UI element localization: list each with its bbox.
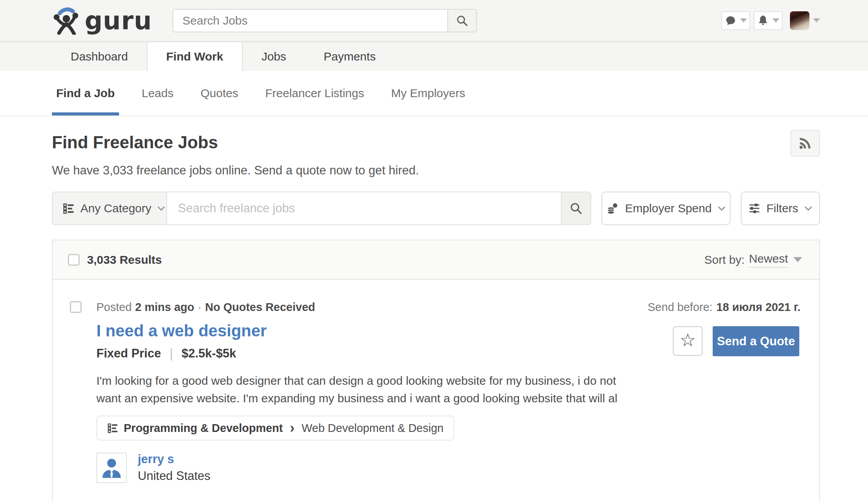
header-search bbox=[173, 9, 477, 32]
top-header: guru bbox=[0, 0, 868, 41]
employer-info: jerry s United States bbox=[96, 452, 800, 483]
sliders-icon bbox=[749, 203, 760, 214]
send-before-label: Send before: bbox=[648, 301, 713, 313]
filters-label: Filters bbox=[767, 202, 799, 215]
guru-logo[interactable]: guru bbox=[52, 7, 152, 35]
subnav-label: Quotes bbox=[201, 87, 238, 100]
tab-jobs[interactable]: Jobs bbox=[243, 42, 305, 71]
coins-icon bbox=[607, 202, 619, 215]
caret-down-icon bbox=[793, 257, 802, 262]
chevron-down-icon bbox=[804, 206, 812, 211]
subnav-find-a-job[interactable]: Find a Job bbox=[52, 71, 119, 115]
subnav-leads[interactable]: Leads bbox=[137, 71, 178, 115]
sort-by-label: Sort by: bbox=[704, 253, 745, 266]
chevron-down-icon bbox=[157, 206, 165, 211]
subnav-label: Leads bbox=[142, 87, 174, 100]
subnav-my-employers[interactable]: My Employers bbox=[387, 71, 470, 115]
tab-dashboard[interactable]: Dashboard bbox=[52, 42, 147, 71]
caret-down-icon bbox=[813, 18, 820, 23]
rss-icon bbox=[798, 136, 812, 150]
message-bubble-icon bbox=[725, 15, 736, 27]
page-title: Find Freelance Jobs bbox=[52, 133, 218, 152]
send-quote-button[interactable]: Send a Quote bbox=[713, 326, 799, 356]
payment-type: Fixed Price bbox=[96, 346, 161, 361]
chevron-down-icon bbox=[718, 206, 726, 211]
notifications-button[interactable] bbox=[754, 11, 783, 30]
job-listing: Posted 2 mins ago · No Quotes Received S… bbox=[53, 280, 819, 501]
subnav-label: Freelancer Listings bbox=[265, 87, 364, 100]
job-select-checkbox[interactable] bbox=[70, 301, 82, 313]
employer-spend-label: Employer Spend bbox=[625, 202, 712, 215]
posted-label: Posted bbox=[96, 301, 132, 313]
budget-separator: | bbox=[169, 346, 173, 361]
guru-figure-icon bbox=[52, 7, 82, 35]
job-actions: ☆ Send a Quote bbox=[673, 326, 799, 356]
caret-down-icon bbox=[740, 18, 747, 23]
bell-icon bbox=[757, 15, 769, 27]
user-avatar[interactable] bbox=[790, 11, 809, 30]
page-subtitle: We have 3,033 freelance jobs online. Sen… bbox=[52, 163, 820, 178]
star-icon: ☆ bbox=[679, 331, 695, 349]
person-icon bbox=[100, 457, 123, 479]
favorite-button[interactable]: ☆ bbox=[673, 326, 703, 356]
job-subcategory: Web Development & Design bbox=[302, 422, 444, 435]
search-icon bbox=[569, 202, 583, 215]
job-title-link[interactable]: I need a web designer bbox=[96, 322, 267, 340]
employer-spend-dropdown[interactable]: Employer Spend bbox=[601, 192, 731, 225]
category-dropdown[interactable]: Any Category bbox=[52, 192, 166, 225]
tab-label: Payments bbox=[324, 50, 375, 63]
employer-name-link[interactable]: jerry s bbox=[138, 452, 210, 466]
tab-label: Jobs bbox=[261, 50, 286, 63]
send-before: Send before: 18 июля 2021 г. bbox=[648, 301, 800, 313]
search-jobs-button[interactable] bbox=[447, 9, 477, 32]
subnav-label: My Employers bbox=[391, 87, 465, 100]
results-count: 3,033 Results bbox=[87, 253, 162, 266]
job-description: I'm looking for a good web designer that… bbox=[96, 372, 639, 407]
chevron-right-icon: › bbox=[290, 421, 295, 435]
results-header: 3,033 Results Sort by: Newest bbox=[53, 240, 819, 280]
tab-label: Find Work bbox=[166, 50, 223, 63]
employer-avatar[interactable] bbox=[96, 453, 127, 483]
freelance-jobs-search-input[interactable] bbox=[166, 192, 562, 225]
logo-text: guru bbox=[85, 7, 152, 34]
category-list-icon bbox=[63, 203, 75, 214]
posted-time: 2 mins ago bbox=[135, 301, 194, 313]
subnav-quotes[interactable]: Quotes bbox=[196, 71, 243, 115]
subnav-label: Find a Job bbox=[56, 87, 115, 100]
user-menu[interactable] bbox=[790, 11, 820, 30]
header-actions bbox=[718, 11, 820, 30]
category-dropdown-label: Any Category bbox=[80, 202, 151, 215]
employer-country: United States bbox=[138, 469, 210, 483]
filter-bar: Any Category Employer Spend bbox=[52, 192, 820, 225]
job-category: Programming & Development bbox=[124, 422, 283, 435]
job-posted-line: Posted 2 mins ago · No Quotes Received bbox=[96, 301, 315, 313]
budget-range: $2.5k-$5k bbox=[181, 346, 236, 361]
sort-control: Sort by: Newest bbox=[704, 252, 802, 268]
results-panel: 3,033 Results Sort by: Newest Posted 2 m… bbox=[52, 240, 820, 501]
tab-payments[interactable]: Payments bbox=[305, 42, 394, 71]
send-before-date: 18 июля 2021 г. bbox=[717, 301, 800, 313]
rss-button[interactable] bbox=[790, 130, 820, 156]
search-icon bbox=[456, 14, 468, 27]
filters-dropdown[interactable]: Filters bbox=[741, 192, 820, 225]
caret-down-icon bbox=[772, 18, 779, 23]
category-list-icon bbox=[107, 423, 118, 433]
job-category-tag[interactable]: Programming & Development › Web Developm… bbox=[96, 416, 454, 441]
freelance-jobs-search-button[interactable] bbox=[562, 192, 591, 225]
main-content: Find Freelance Jobs We have 3,033 freela… bbox=[0, 133, 868, 501]
messages-button[interactable] bbox=[721, 11, 750, 30]
select-all-checkbox[interactable] bbox=[68, 254, 80, 266]
sub-nav: Find a Job Leads Quotes Freelancer Listi… bbox=[0, 71, 868, 116]
quotes-status: No Quotes Received bbox=[205, 301, 315, 313]
main-nav: Dashboard Find Work Jobs Payments bbox=[0, 41, 868, 71]
tab-find-work[interactable]: Find Work bbox=[147, 42, 243, 71]
sort-value-dropdown[interactable]: Newest bbox=[749, 252, 788, 268]
tab-label: Dashboard bbox=[71, 50, 128, 63]
search-jobs-input[interactable] bbox=[173, 9, 447, 32]
subnav-freelancer-listings[interactable]: Freelancer Listings bbox=[261, 71, 368, 115]
meta-separator: · bbox=[198, 301, 202, 313]
